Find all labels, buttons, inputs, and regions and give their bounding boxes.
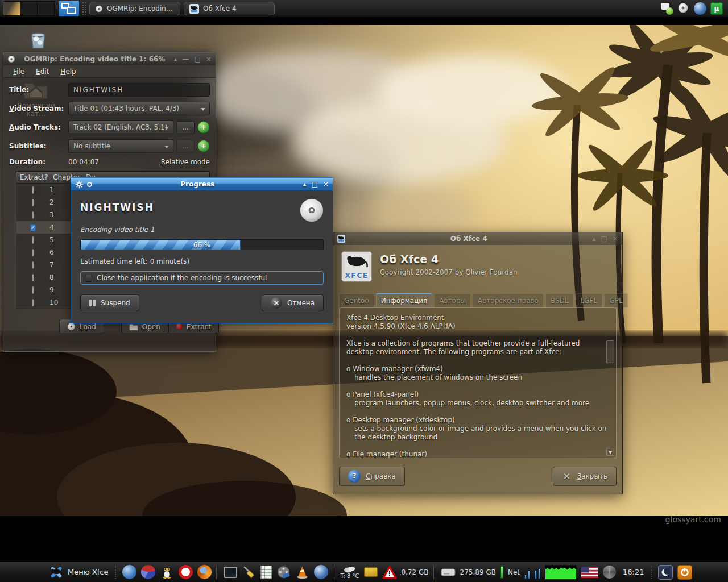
launcher-terminal-icon[interactable] [224,567,237,578]
subtitles-more-button[interactable]: ... [176,140,195,153]
menu-edit[interactable]: Edit [31,66,54,76]
gauge-bar [500,566,503,579]
record-icon [176,323,183,330]
scrollbar[interactable]: ▼ [606,310,614,456]
shade-button[interactable]: ▴ [174,55,177,63]
extract-checkbox[interactable]: ✓ [32,286,34,294]
top-panel: OGMRip: Encoding vid... Об Xfce 4 μ [0,0,728,17]
launcher-opera-icon[interactable] [179,565,193,579]
taskbar-item-ogmrip[interactable]: OGMRip: Encoding vid... [89,2,180,15]
network-history-graph[interactable] [545,565,577,580]
tab-lgpl[interactable]: LGPL [576,293,603,307]
add-subtitle-button[interactable]: + [197,140,210,152]
keyboard-layout-us-flag-icon[interactable] [581,567,598,578]
extract-checkbox[interactable]: ✓ [30,224,36,231]
launcher-penguin-icon[interactable] [160,565,174,579]
logout-button[interactable] [677,565,692,580]
lock-screen-button[interactable] [658,565,673,580]
taskbar-item-label: OGMRip: Encoding vid... [107,5,175,13]
launcher-spreadsheet-icon[interactable] [260,566,272,579]
window-list-icon[interactable] [59,1,79,16]
suspend-button[interactable]: Suspend [80,294,139,311]
column-extract[interactable]: Extract? [16,172,49,183]
menu-help[interactable]: Help [55,66,81,76]
swirl-applet-icon[interactable] [603,566,616,579]
about-titlebar[interactable]: Об Xfce 4 ▴ □ × [333,232,622,245]
mail-icon[interactable] [364,567,378,577]
tab-gentoo[interactable]: Gentoo [339,293,374,307]
maximize-button[interactable]: □ [601,235,607,243]
tab-information[interactable]: Информация [376,293,433,307]
close-on-success-label: Close the application if the encoding is… [97,274,267,282]
extract-checkbox[interactable]: ✓ [32,186,34,194]
workspace-3[interactable] [38,2,55,15]
maximize-button[interactable]: □ [312,180,318,188]
launcher-konqueror-icon[interactable] [122,565,136,579]
tab-bsdl[interactable]: BSDL [545,293,574,307]
workspace-1[interactable] [3,2,20,15]
extract-checkbox[interactable]: ✓ [32,261,34,269]
hard-disk-icon[interactable] [441,567,456,577]
video-stream-select[interactable]: Title 01 (01:43 hours, PAL, 4/3) [68,102,210,115]
browser-sphere-tray-icon[interactable] [694,2,706,15]
tab-gpl[interactable]: GPL [604,293,627,307]
launcher-vlc-icon[interactable] [295,565,309,579]
close-button[interactable]: × [206,55,212,63]
help-button[interactable]: ? Справка [339,467,405,486]
launcher-firefox-icon[interactable] [197,565,212,579]
extract-button-label: Extract [187,323,211,331]
launcher-cleaner-icon[interactable] [242,565,256,579]
extract-checkbox[interactable]: ✓ [32,211,34,219]
shade-button[interactable]: ▴ [303,180,307,188]
scroll-down-button[interactable]: ▼ [606,448,614,456]
extract-checkbox[interactable]: ✓ [32,199,34,206]
scrollbar-thumb[interactable] [606,340,614,363]
text-line: handles the placement of windows on the … [346,373,601,382]
warning-icon[interactable] [382,566,397,579]
utorrent-tray-icon[interactable]: μ [710,2,723,15]
extract-checkbox[interactable]: ✓ [32,249,34,256]
relative-mode-toggle[interactable]: Relative mode [161,158,210,166]
taskbar-item-about-xfce[interactable]: Об Xfce 4 [184,2,275,15]
xfce-menu-button[interactable]: Меню Xfce [47,564,110,581]
workspace-pager[interactable] [3,1,55,16]
messenger-tray-icon[interactable] [661,2,673,15]
shade-button[interactable]: ▴ [593,235,596,243]
text-line: o Panel (xfce4-panel) [346,390,601,399]
close-icon: × [271,297,282,309]
tab-credits[interactable]: Авторы [434,293,471,307]
cd-burner-tray-icon[interactable] [677,2,690,15]
ogmrip-form: Title: Video Stream: Title 01 (01:43 hou… [3,78,216,166]
tab-copyright[interactable]: Авторское право [473,293,544,307]
add-audio-track-button[interactable]: + [197,121,210,134]
launcher-amarok-icon[interactable] [314,565,328,579]
minimize-button[interactable]: — [183,55,189,63]
menu-file[interactable]: File [8,66,30,76]
maximize-button[interactable]: □ [195,55,201,63]
close-window-button[interactable]: × Закрыть [553,467,617,486]
subtitles-select[interactable]: No subtitle [68,139,173,153]
text-line: Xfce 4 Desktop Environment [346,314,601,322]
weather-applet[interactable]: T: 8 °C [340,566,359,579]
title-input[interactable] [68,83,210,97]
about-text-area[interactable]: Xfce 4 Desktop Environment version 4.5.9… [339,307,617,458]
workspace-2[interactable] [20,2,38,15]
ogmrip-titlebar[interactable]: OGMRip: Encoding video title 1: 66% ▴ — … [3,53,216,65]
close-button[interactable]: × [613,235,618,243]
audio-more-button[interactable]: ... [176,121,195,134]
clock[interactable]: 16:21 [621,568,646,576]
panel-grip [82,2,86,15]
net-monitor-bars [535,566,540,579]
launcher-video-editor-icon[interactable] [276,565,291,579]
close-button[interactable]: × [323,180,329,188]
cancel-button[interactable]: × Отмена [262,294,324,311]
audio-tracks-select[interactable]: Track 02 (English, AC3, 5.1) [68,120,173,134]
close-on-success-checkbox[interactable] [85,275,92,282]
close-on-success-option[interactable]: Close the application if the encoding is… [80,271,324,285]
extract-checkbox[interactable]: ✓ [32,236,34,244]
wallpaper-watermark: glossyart.com [665,515,721,524]
launcher-media-player-icon[interactable] [141,565,155,579]
extract-checkbox[interactable]: ✓ [32,274,34,281]
extract-checkbox[interactable]: ✓ [32,299,34,306]
progress-titlebar[interactable]: Progress ▴ □ × [71,178,333,190]
